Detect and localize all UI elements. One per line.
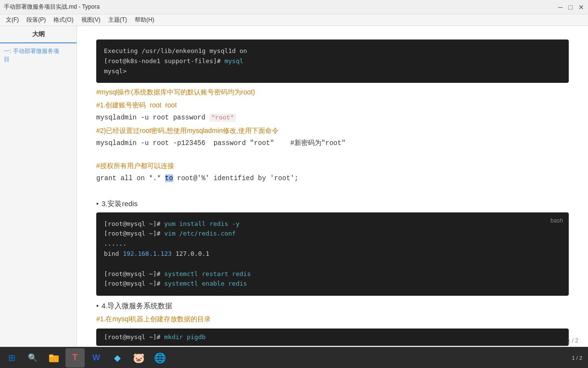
taskbar-right: 1 / 2 bbox=[572, 355, 586, 361]
menu-help[interactable]: 帮助(H) bbox=[131, 14, 158, 26]
taskbar: ⊞ 🔍 T W ◆ 🐷 🌐 1 / 2 bbox=[0, 347, 588, 368]
start-button[interactable]: ⊞ bbox=[2, 348, 21, 368]
menu-paragraph[interactable]: 段落(P) bbox=[23, 14, 50, 26]
menu-file[interactable]: 文(F) bbox=[2, 14, 23, 26]
content-area[interactable]: Executing /usr/lib/enkeon1g mysql1d on [… bbox=[77, 26, 588, 347]
title-bar: 手动部署微服务项目实战.md - Typora ─ □ ✕ bbox=[0, 0, 588, 14]
chrome-button[interactable]: 🌐 bbox=[150, 348, 169, 368]
code-label-bash: bash bbox=[550, 216, 563, 225]
app-blue-button[interactable]: ◆ bbox=[108, 348, 127, 368]
typora-button[interactable]: T bbox=[65, 348, 85, 368]
app-title: 手动部署微服务项目实战.md - Typora bbox=[4, 3, 100, 11]
comment-mysql-ops: #mysql操作(系统数据库中写的默认账号密码均为root) bbox=[96, 87, 569, 97]
section4-heading: • 4.导入微服务系统数据 bbox=[96, 302, 569, 311]
main-container: 大纲 一: 手动部署微服务项目 Executing /usr/lib/enkeo… bbox=[0, 26, 588, 347]
folder-icon bbox=[49, 353, 59, 363]
file-explorer-button[interactable] bbox=[44, 348, 64, 368]
sidebar: 大纲 一: 手动部署微服务项目 bbox=[0, 26, 77, 347]
minimize-button[interactable]: ─ bbox=[558, 3, 563, 11]
taskbar-time: 1 / 2 bbox=[572, 355, 582, 361]
menu-theme[interactable]: 主题(T) bbox=[104, 14, 131, 26]
highlighted-to: to bbox=[165, 174, 173, 182]
comment-grant: #授权所有用户都可以连接 bbox=[96, 160, 569, 171]
maximize-button[interactable]: □ bbox=[569, 3, 573, 11]
menu-view[interactable]: 视图(V) bbox=[77, 14, 104, 26]
page-number: 1 / 2 bbox=[567, 337, 578, 344]
app-red-button[interactable]: 🐷 bbox=[129, 348, 148, 368]
code-block-mkdir: [root@mysql ~]# mkdir pigdb bbox=[96, 329, 569, 346]
svg-rect-1 bbox=[49, 355, 53, 357]
comment-change-password: #2)已经设置过root密码,想使用mysqladmin修改,使用下面命令 bbox=[96, 125, 569, 136]
close-button[interactable]: ✕ bbox=[578, 3, 584, 11]
sidebar-item-deploy[interactable]: 一: 手动部署微服务项目 bbox=[0, 45, 77, 66]
comment-create-account: #1.创建账号密码 root root bbox=[96, 100, 569, 110]
search-button[interactable]: 🔍 bbox=[23, 348, 42, 368]
menu-bar: 文(F) 段落(P) 格式(O) 视图(V) 主题(T) 帮助(H) bbox=[0, 14, 588, 26]
sidebar-title: 大纲 bbox=[0, 26, 77, 43]
title-bar-left: 手动部署微服务项目实战.md - Typora bbox=[4, 3, 100, 11]
section3-heading: • 3.安装redis bbox=[96, 199, 569, 209]
comment-create-dir: #1.在mysql机器上创建存放数据的目录 bbox=[96, 314, 569, 324]
code-block-mysql-login: Executing /usr/lib/enkeon1g mysql1d on [… bbox=[96, 39, 569, 83]
menu-format[interactable]: 格式(O) bbox=[50, 14, 77, 26]
cmd-mysqladmin-change: mysqladmin -u root -p123456 password "ro… bbox=[96, 138, 569, 148]
window-controls[interactable]: ─ □ ✕ bbox=[558, 3, 584, 11]
content-scroll: Executing /usr/lib/enkeon1g mysql1d on [… bbox=[96, 39, 569, 347]
cmd-mysqladmin-set: mysqladmin -u root password "root" bbox=[96, 112, 569, 123]
cmd-grant: grant all on *.* to root@'%' identified … bbox=[96, 173, 569, 184]
code-block-redis: bash [root@mysql ~]# yum install redis -… bbox=[96, 212, 569, 296]
inline-code-root: "root" bbox=[209, 114, 236, 122]
word-button[interactable]: W bbox=[87, 348, 106, 368]
